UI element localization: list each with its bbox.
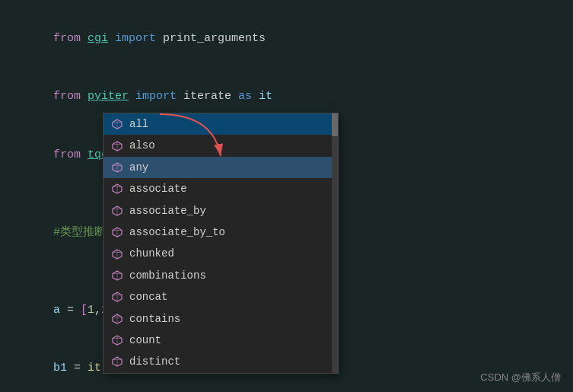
autocomplete-label-count: count [129,332,161,349]
cube-icon-any [111,161,123,174]
autocomplete-label-contains: contains [129,311,180,327]
autocomplete-label-combinations: combinations [129,267,206,284]
autocomplete-dropdown[interactable]: all also any [103,113,339,374]
cube-icon-associate [111,183,123,195]
autocomplete-item-contains[interactable]: contains [103,308,338,330]
autocomplete-label-associate-by-to: associate_by_to [129,224,225,241]
cube-icon-associate-by-to [111,226,123,238]
autocomplete-item-distinct[interactable]: distinct [103,351,338,372]
cube-icon-count [111,334,123,346]
autocomplete-label-any: any [129,159,148,176]
autocomplete-label-concat: concat [129,288,167,305]
cube-icon-all [111,118,123,130]
autocomplete-item-concat[interactable]: concat [103,286,338,308]
cube-icon-distinct [111,355,123,368]
autocomplete-item-associate-by-to[interactable]: associate_by_to [103,221,338,243]
autocomplete-scrollbar[interactable] [332,113,338,373]
autocomplete-item-associate-by[interactable]: associate_by [103,200,338,221]
autocomplete-label-associate-by: associate_by [129,202,206,219]
autocomplete-label-all: all [129,116,148,132]
cube-icon-also [111,140,123,152]
cube-icon-contains [111,313,123,325]
autocomplete-label-chunked: chunked [129,245,174,262]
autocomplete-label-distinct: distinct [129,353,180,370]
cube-icon-associate-by [111,205,123,217]
autocomplete-label-associate: associate [129,180,187,197]
autocomplete-item-combinations[interactable]: combinations [103,265,338,286]
autocomplete-item-associate[interactable]: associate [103,178,338,199]
code-line-1: from cgi import print_arguments [12,9,561,68]
autocomplete-item-any[interactable]: any [103,157,338,178]
autocomplete-item-count[interactable]: count [103,330,338,351]
autocomplete-item-also[interactable]: also [103,135,338,156]
code-editor: from cgi import print_arguments from pyi… [0,0,573,392]
watermark: CSDN @佛系人僧 [480,371,561,384]
cube-icon-combinations [111,269,123,282]
cube-icon-chunked [111,248,123,260]
autocomplete-label-also: also [129,137,155,154]
scrollbar-thumb[interactable] [332,113,338,136]
cube-icon-concat [111,291,123,303]
autocomplete-item-chunked[interactable]: chunked [103,243,338,264]
autocomplete-item-all[interactable]: all [103,113,338,135]
